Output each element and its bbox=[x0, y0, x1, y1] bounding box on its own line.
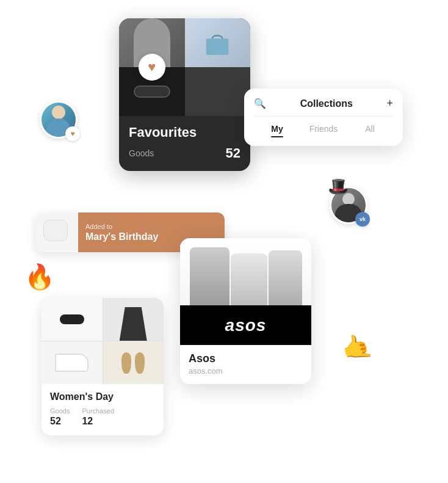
wd-image-skirt bbox=[103, 298, 164, 341]
wd-image-band bbox=[42, 298, 103, 341]
favourites-content: Favourites Goods 52 bbox=[119, 116, 250, 171]
purchased-stat-label: Purchased bbox=[82, 407, 114, 415]
goods-stat: Goods 52 bbox=[50, 407, 70, 427]
goods-label: Goods bbox=[129, 148, 154, 158]
favourites-card[interactable]: ♥ Favourites Goods 52 bbox=[119, 18, 250, 171]
heart-overlay: ♥ bbox=[139, 54, 165, 81]
wd-image-earrings bbox=[103, 341, 164, 384]
add-collection-icon[interactable]: + bbox=[386, 97, 393, 110]
fav-image-bag bbox=[185, 18, 251, 67]
collections-card[interactable]: 🔍 Collections + My Friends All bbox=[244, 89, 403, 146]
womens-day-title: Women's Day bbox=[50, 391, 155, 402]
purchased-stat-value: 12 bbox=[82, 416, 114, 427]
asos-person-2 bbox=[231, 253, 267, 308]
user-avatar[interactable]: ♥ bbox=[40, 101, 78, 139]
heart-icon: ♥ bbox=[148, 59, 156, 75]
asos-content: Asos asos.com bbox=[180, 345, 311, 384]
womens-day-card[interactable]: Women's Day Goods 52 Purchased 12 bbox=[42, 298, 164, 435]
search-icon[interactable]: 🔍 bbox=[254, 98, 266, 109]
asos-title: Asos bbox=[189, 352, 303, 365]
asos-logo: asos bbox=[225, 316, 267, 335]
womens-day-stats: Goods 52 Purchased 12 bbox=[50, 407, 155, 427]
goods-stat-label: Goods bbox=[50, 407, 70, 415]
goods-stat-value: 52 bbox=[50, 416, 70, 427]
notification-image bbox=[35, 212, 78, 252]
added-to-label: Added to bbox=[85, 223, 217, 230]
asos-background: asos bbox=[180, 238, 311, 345]
favourites-goods-row: Goods 52 bbox=[129, 145, 240, 161]
tab-friends[interactable]: Friends bbox=[300, 122, 347, 136]
tab-all[interactable]: All bbox=[347, 122, 393, 136]
womens-day-images bbox=[42, 298, 164, 384]
goods-count: 52 bbox=[226, 145, 240, 161]
avatar-heart-badge: ♥ bbox=[65, 126, 80, 141]
wd-image-shoes bbox=[42, 341, 103, 384]
asos-card[interactable]: asos Asos asos.com bbox=[180, 238, 311, 384]
heart-badge-icon: ♥ bbox=[70, 129, 74, 138]
asos-logo-area: asos bbox=[180, 305, 311, 345]
tab-my[interactable]: My bbox=[254, 122, 300, 136]
collections-title: Collections bbox=[266, 98, 386, 109]
fire-emoji: 🔥 bbox=[24, 263, 55, 291]
svg-rect-0 bbox=[206, 38, 229, 55]
scene: ♥ Favourites Goods 52 🔍 Collections + My… bbox=[0, 0, 448, 483]
collections-header: 🔍 Collections + bbox=[254, 97, 393, 110]
purchased-stat: Purchased 12 bbox=[82, 407, 114, 427]
asos-person-3 bbox=[269, 250, 302, 308]
airpods-icon bbox=[43, 220, 71, 245]
vk-icon: vk bbox=[359, 216, 366, 222]
pointing-emoji: 🤙 bbox=[339, 329, 375, 365]
hat-emoji: 🎩 bbox=[328, 176, 349, 197]
favourites-title: Favourites bbox=[129, 125, 240, 140]
favourites-images: ♥ bbox=[119, 18, 250, 116]
womens-day-content: Women's Day Goods 52 Purchased 12 bbox=[42, 384, 164, 435]
asos-url: asos.com bbox=[189, 366, 303, 376]
asos-image: asos bbox=[180, 238, 311, 345]
collections-tabs: My Friends All bbox=[254, 116, 393, 136]
vk-badge: vk bbox=[355, 212, 370, 227]
asos-people bbox=[180, 238, 311, 308]
asos-person-1 bbox=[190, 247, 229, 308]
fav-image-dark bbox=[185, 67, 251, 116]
